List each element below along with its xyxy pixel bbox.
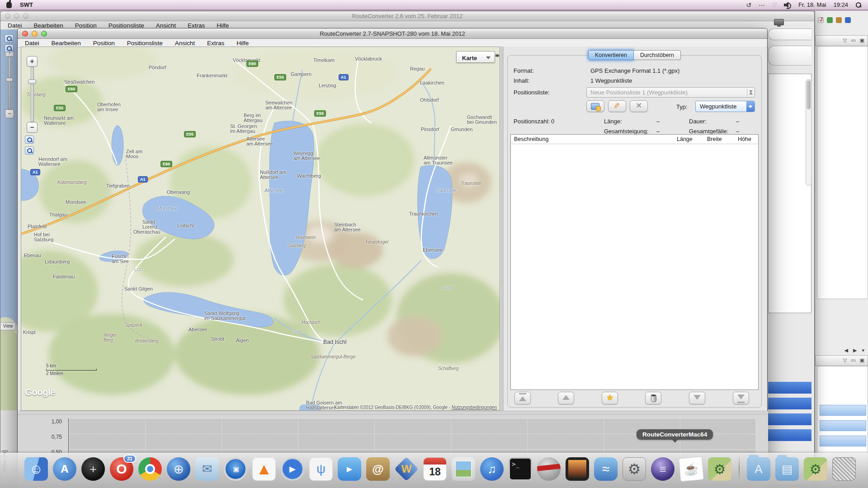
eclipse-nav-arrows[interactable]: ◀ ▶ ▾ <box>844 347 866 353</box>
delete-position-button[interactable] <box>630 100 648 112</box>
menu-item-ansicht[interactable]: Ansicht <box>175 40 195 47</box>
dock-ical-icon[interactable]: 18 <box>423 457 447 481</box>
window-title-26[interactable]: RouteConverter 2.6 vom 25. Februar 2012 <box>0 11 814 21</box>
map-type-dropdown[interactable]: Karte <box>456 51 495 63</box>
dock-routeconverter-mac64-icon[interactable]: ☕ <box>679 456 704 482</box>
view-tab[interactable]: View <box>0 322 16 330</box>
map-strip-26[interactable]: + − <box>0 30 18 410</box>
dock-app-store-icon[interactable]: A <box>53 457 76 481</box>
dock-google-earth-icon[interactable]: ⊕ <box>167 457 190 481</box>
zoom-select-icon[interactable] <box>5 34 14 42</box>
view-menu-icons[interactable]: ▽ ▭ ▣ <box>843 38 866 43</box>
app-menu-title[interactable]: SWT <box>20 1 33 8</box>
input-menu-icon[interactable]: ⋯ <box>759 1 765 9</box>
airport-off-icon[interactable]: ▽ <box>772 1 777 8</box>
column-header-höhe[interactable]: Höhe <box>738 136 751 142</box>
close-icon[interactable] <box>5 14 10 19</box>
delete-positions-button[interactable] <box>645 392 661 404</box>
dock-w-app-icon[interactable]: W <box>395 457 418 481</box>
combo-fragment[interactable] <box>768 28 811 40</box>
zoom-back-icon[interactable] <box>5 44 14 52</box>
minimize-icon[interactable] <box>32 31 38 37</box>
dock-iphoto-icon[interactable] <box>452 457 475 481</box>
zoom-slider-26[interactable]: + − <box>5 48 14 118</box>
column-header-beschreibung[interactable]: Beschreibung <box>514 136 548 142</box>
panel-collapse-handle[interactable] <box>495 52 500 60</box>
zoom-slider-track[interactable] <box>31 67 34 122</box>
dock-applications-folder-icon[interactable]: A <box>747 457 770 481</box>
scrollbar[interactable] <box>806 79 811 186</box>
dock-trash-icon[interactable] <box>832 457 856 481</box>
dock-mail-icon[interactable]: ✉ <box>195 457 219 481</box>
zoom-slider-handle[interactable] <box>28 80 36 84</box>
zoom-out-button[interactable]: − <box>27 122 38 133</box>
tab-konvertieren[interactable]: Konvertieren <box>588 50 634 60</box>
menubar-clock[interactable]: 19:24 <box>833 1 848 8</box>
dock-quicktime-player-icon[interactable]: ▶ <box>281 457 304 481</box>
menu-item-datei[interactable]: Datei <box>25 40 39 47</box>
column-header-breite[interactable]: Breite <box>707 136 722 142</box>
zoom-track[interactable] <box>8 57 11 109</box>
add-position-button[interactable] <box>602 392 618 404</box>
horizontal-splitter[interactable] <box>18 411 768 414</box>
positionsliste-combobox[interactable]: Neue Positionsliste 1 (Wegpunktliste) <box>586 87 755 98</box>
move-up-button[interactable] <box>558 392 574 404</box>
zoom-out-icon[interactable]: − <box>5 109 14 118</box>
move-to-bottom-button[interactable] <box>733 392 749 404</box>
menu-item-hilfe[interactable]: Hilfe <box>236 40 249 47</box>
debug-icon[interactable] <box>845 17 851 23</box>
zoom-handle[interactable] <box>6 78 13 82</box>
dock-airport-utility-icon[interactable]: ψ <box>309 457 333 481</box>
map-pane[interactable]: StraßwalchenNeumarkt am WallerseeOberhof… <box>21 47 500 411</box>
eclipse-selected-rows[interactable] <box>820 405 866 451</box>
dock-chrome-icon[interactable] <box>138 457 162 481</box>
zoom-icon[interactable] <box>23 14 28 19</box>
window-title-27[interactable]: RouteConverter 2.7-SNAPSHOT-280 vom 18. … <box>18 28 767 39</box>
terms-link[interactable]: Nutzungsbedingungen <box>452 405 497 410</box>
dock-dashboard-icon[interactable]: + <box>81 457 105 481</box>
move-down-button[interactable] <box>689 392 705 404</box>
java-icon[interactable] <box>818 17 824 23</box>
dock-system-preferences-icon[interactable]: ⚙ <box>623 457 646 481</box>
dock-address-book-icon[interactable]: @ <box>366 457 390 481</box>
menu-item-positionsliste[interactable]: Positionsliste <box>127 40 163 47</box>
dock-photo-app-icon[interactable] <box>566 457 589 481</box>
zoom-select-icon[interactable] <box>25 136 34 144</box>
dock-itunes-icon[interactable]: ♫ <box>480 457 504 481</box>
zoom-icon[interactable] <box>41 31 47 37</box>
dock-routeconverter-2-icon[interactable]: ⚙ <box>804 457 827 481</box>
dock-vlc-icon[interactable]: ▲ <box>252 457 276 481</box>
menubar-date[interactable]: Fr. 18. Mai <box>798 1 826 8</box>
positions-table[interactable]: BeschreibungLängeBreiteHöhe <box>510 134 759 390</box>
column-header-länge[interactable]: Länge <box>677 136 693 142</box>
stepper-icon[interactable] <box>747 89 754 96</box>
apple-menu-icon[interactable] <box>6 2 12 8</box>
dock-ninja-app-icon[interactable] <box>537 457 561 481</box>
run-icon[interactable] <box>827 17 833 23</box>
dock-eclipse-icon[interactable]: ≡ <box>651 457 675 481</box>
rename-position-button[interactable] <box>608 100 626 112</box>
menu-item-extras[interactable]: Extras <box>207 40 224 47</box>
spotlight-icon[interactable] <box>855 2 862 8</box>
time-machine-icon[interactable]: ↺ <box>746 1 751 9</box>
new-position-button[interactable] <box>586 100 604 112</box>
traffic-lights-inactive[interactable] <box>5 14 28 19</box>
zoom-in-button[interactable]: + <box>27 56 38 67</box>
package-icon[interactable] <box>836 17 842 23</box>
dock-finder-icon[interactable]: ☺ <box>24 457 48 481</box>
popup-fragment[interactable] <box>768 46 811 66</box>
dock-routeconverter-icon[interactable]: ⚙ <box>708 457 731 481</box>
collapse-up-icon[interactable] <box>22 410 26 414</box>
dock-documents-folder-icon[interactable]: ▤ <box>775 457 799 481</box>
dock-opera-icon[interactable]: O31 <box>110 457 133 481</box>
zoom-back-icon[interactable] <box>25 146 34 155</box>
menu-item-position[interactable]: Position <box>93 40 115 47</box>
view-menu-icons-2[interactable]: ▽ ▭ ▣ <box>843 357 866 363</box>
dock-facetime-icon[interactable]: ► <box>338 457 361 481</box>
dock-safari-icon[interactable]: ◈ <box>224 457 247 481</box>
move-to-top-button[interactable] <box>514 392 531 404</box>
selected-rows-fragment[interactable] <box>768 382 811 445</box>
tab-durchstoebern[interactable]: Durchstöbern <box>634 50 681 60</box>
close-icon[interactable] <box>22 31 28 37</box>
dock-openoffice-icon[interactable]: ≈ <box>594 457 618 481</box>
